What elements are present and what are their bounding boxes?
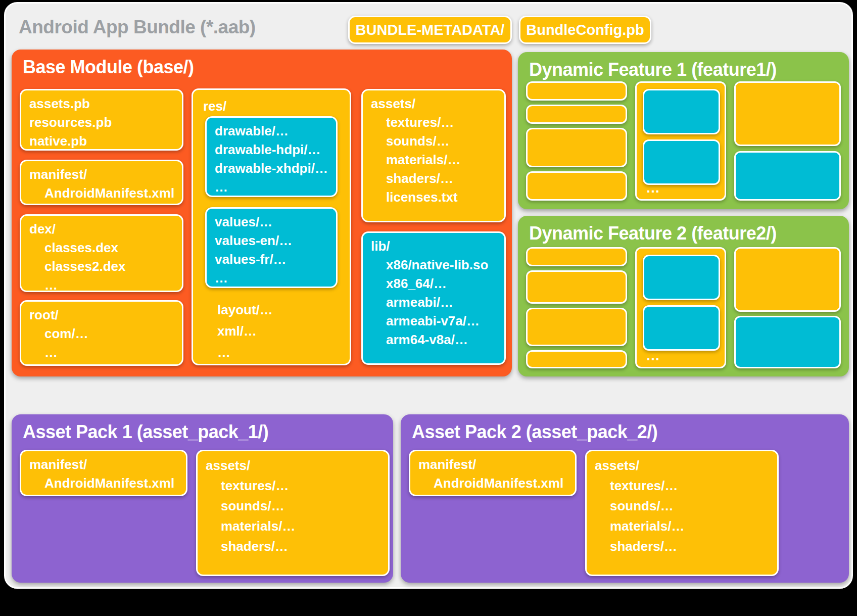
dex-box: dex/ classes.dex classes2.dex … [20,214,183,292]
dir-entry: sounds/… [206,496,380,516]
manifest-box: manifest/ AndroidManifest.xml [20,160,183,205]
mini-module-box [526,350,627,368]
dir-entry: arm64-v8a/… [371,330,496,349]
dir-entry: manifest/ [29,455,178,474]
page-title: Android App Bundle (*.aab) [19,17,256,38]
mini-module-box [643,139,720,185]
mini-module-box [734,316,841,368]
dir-entry: … [215,269,328,288]
dynamic-feature-2-title: Dynamic Feature 2 (feature2/) [518,216,849,244]
mini-module-box [643,255,720,300]
file-entry: … [29,343,174,362]
mini-module-box [526,171,627,201]
file-entry: AndroidManifest.xml [29,184,174,203]
ellipsis-label: … [646,348,660,364]
file-entry: classes2.dex [29,257,174,276]
mini-module-box [526,308,627,346]
mini-module-box [526,247,627,266]
ellipsis-label: … [646,180,660,196]
dir-entry: drawable-xhdpi/… [215,159,328,178]
mini-module-box [734,151,841,201]
mini-module-box [526,81,627,101]
dir-entry: armeabi/… [371,293,496,312]
dir-entry: sounds/… [595,496,769,516]
file-entry: assets.pb [29,94,174,113]
file-entry: native.pb [29,132,174,151]
file-entry: classes.dex [29,239,174,257]
dir-entry: shaders/… [595,536,769,556]
dir-entry: manifest/ [418,455,567,474]
file-entry: licenses.txt [371,188,496,207]
file-entry: x86/native-lib.so [371,256,496,274]
dir-entry: assets/ [206,455,380,476]
proto-files-box: assets.pb resources.pb native.pb [20,89,183,151]
dir-entry: textures/… [595,476,769,496]
file-entry: AndroidManifest.xml [418,474,567,493]
dir-entry: materials/… [595,516,769,536]
asset-pack-1-section: Asset Pack 1 (asset_pack_1/) manifest/ A… [12,414,393,583]
bundle-config-label: BundleConfig.pb [526,22,644,38]
mini-module-group: … [635,247,726,368]
dir-entry: drawable/… [215,122,328,140]
dir-entry: … [215,178,328,197]
asset-pack-1-title: Asset Pack 1 (asset_pack_1/) [12,414,393,443]
dir-entry: textures/… [371,113,496,132]
dir-entry: materials/… [206,516,380,536]
dynamic-feature-2-section: Dynamic Feature 2 (feature2/) … [518,216,849,376]
lib-box: lib/ x86/native-lib.so x86_64/… armeabi/… [361,231,506,365]
dir-entry: shaders/… [371,169,496,188]
dir-entry: textures/… [206,476,380,496]
dir-entry: shaders/… [206,536,380,556]
mini-module-group: … [635,81,726,201]
mini-module-box [734,81,841,146]
mini-module-box [734,247,841,312]
values-box: values/… values-en/… values-fr/… … [205,207,338,288]
res-other-dirs: layout/… xml/… … [217,299,273,363]
dir-entry: materials/… [371,151,496,169]
dynamic-feature-1-title: Dynamic Feature 1 (feature1/) [518,52,849,80]
bundle-config-box: BundleConfig.pb [519,16,651,44]
dynamic-feature-1-section: Dynamic Feature 1 (feature1/) … [518,52,849,209]
dir-entry: assets/ [595,455,769,476]
dir-entry: x86_64/… [371,274,496,293]
file-entry: com/… [29,324,174,343]
drawable-box: drawable/… drawable-hdpi/… drawable-xhdp… [205,116,338,197]
assets-box: assets/ textures/… sounds/… materials/… … [361,89,506,222]
dir-entry: values/… [215,213,328,231]
assets-box: assets/ textures/… sounds/… materials/… … [585,450,779,576]
dir-entry: … [217,342,273,363]
file-entry: … [29,276,174,295]
aab-diagram-canvas: Android App Bundle (*.aab) BUNDLE-METADA… [4,2,853,589]
dir-entry: manifest/ [29,165,174,184]
base-module-section: Base Module (base/) assets.pb resources.… [12,50,512,376]
base-module-title: Base Module (base/) [12,50,512,78]
dir-entry: root/ [29,306,174,324]
mini-module-box [526,128,627,167]
manifest-box: manifest/ AndroidManifest.xml [20,450,187,496]
bundle-metadata-box: BUNDLE-METADATA/ [348,16,512,44]
root-box: root/ com/… … [20,300,183,366]
dir-entry: values-fr/… [215,250,328,269]
dir-entry: drawable-hdpi/… [215,140,328,159]
dir-entry: lib/ [371,237,496,256]
mini-module-box [526,105,627,124]
dir-entry: dex/ [29,220,174,239]
mini-module-box [526,270,627,304]
mini-module-box [643,89,720,134]
dir-entry: sounds/… [371,132,496,151]
bundle-metadata-label: BUNDLE-METADATA/ [356,22,505,38]
file-entry: resources.pb [29,113,174,132]
dir-entry: xml/… [217,320,273,342]
asset-pack-2-title: Asset Pack 2 (asset_pack_2/) [401,414,849,443]
assets-box: assets/ textures/… sounds/… materials/… … [196,450,390,576]
dir-entry: armeabi-v7a/… [371,312,496,330]
file-entry: AndroidManifest.xml [29,474,178,493]
dir-entry: assets/ [371,94,496,113]
dir-entry: layout/… [217,299,273,320]
manifest-box: manifest/ AndroidManifest.xml [409,450,577,496]
res-box: res/ drawable/… drawable-hdpi/… drawable… [192,88,351,365]
dir-entry: res/ [203,97,342,116]
dir-entry: values-en/… [215,231,328,250]
mini-module-box [643,305,720,351]
asset-pack-2-section: Asset Pack 2 (asset_pack_2/) manifest/ A… [401,414,849,583]
